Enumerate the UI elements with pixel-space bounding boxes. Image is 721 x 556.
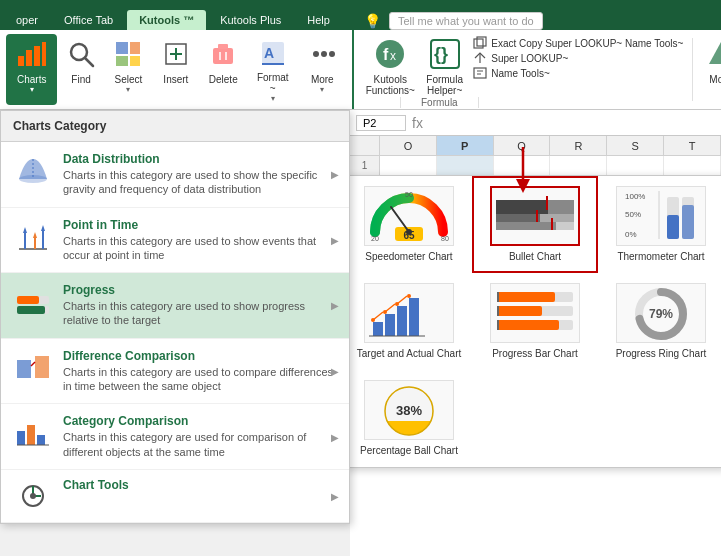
ribbon-content: Charts ▾ Find bbox=[0, 30, 721, 110]
charts-dropdown-arrow: ▾ bbox=[30, 85, 34, 94]
tell-me-label: Tell me what you want to do bbox=[398, 15, 534, 27]
charts-label: Charts bbox=[17, 74, 46, 85]
svg-rect-8 bbox=[116, 56, 128, 66]
delete-label: Delete bbox=[209, 74, 238, 85]
tab-kutools[interactable]: Kutools ™ bbox=[127, 10, 206, 30]
lightbulb-icon: 💡 bbox=[364, 13, 381, 29]
name-tools-item[interactable]: Name Tools~ bbox=[473, 66, 683, 80]
charts-icon bbox=[14, 36, 50, 72]
svg-rect-6 bbox=[116, 42, 128, 54]
format-icon: A bbox=[255, 36, 291, 70]
exact-copy-label: Exact Copy Super LOOKUP~ Name Tools~ bbox=[491, 38, 683, 49]
svg-rect-14 bbox=[218, 44, 228, 49]
super-lookup-label: Super LOOKUP~ bbox=[491, 53, 568, 64]
select-button[interactable]: Select ▾ bbox=[105, 34, 152, 105]
kutools-functions-button[interactable]: f x KutoolsFunctions~ bbox=[360, 34, 421, 105]
svg-rect-0 bbox=[18, 56, 24, 66]
right-ribbon-section: f x KutoolsFunctions~ {} FormulaHelper~ bbox=[354, 30, 721, 109]
tab-office[interactable]: Office Tab bbox=[52, 10, 125, 30]
svg-rect-31 bbox=[474, 68, 486, 78]
select-label: Select bbox=[115, 74, 143, 85]
exact-copy-button[interactable]: Exact Copy Super LOOKUP~ Name Tools~ Sup… bbox=[469, 34, 688, 105]
select-arrow: ▾ bbox=[126, 85, 130, 94]
svg-point-20 bbox=[313, 51, 319, 57]
svg-point-22 bbox=[329, 51, 335, 57]
exact-copy-item[interactable]: Exact Copy Super LOOKUP~ Name Tools~ bbox=[473, 36, 683, 50]
svg-rect-29 bbox=[477, 37, 486, 46]
svg-rect-7 bbox=[130, 42, 140, 54]
insert-label: Insert bbox=[163, 74, 188, 85]
exact-copy-options: Exact Copy Super LOOKUP~ Name Tools~ Sup… bbox=[473, 36, 683, 80]
format-button[interactable]: A Format ~ ▾ bbox=[247, 34, 299, 105]
tell-me-input[interactable]: Tell me what you want to do bbox=[389, 12, 543, 30]
insert-button[interactable]: Insert bbox=[152, 34, 199, 105]
formula-section-label: Formula bbox=[400, 97, 479, 108]
find-button[interactable]: Find bbox=[57, 34, 104, 105]
svg-text:{}: {} bbox=[434, 44, 448, 64]
formula-helper-button[interactable]: {} FormulaHelper~ bbox=[421, 34, 469, 105]
svg-rect-2 bbox=[34, 46, 40, 66]
svg-point-21 bbox=[321, 51, 327, 57]
delete-icon bbox=[205, 36, 241, 72]
svg-text:A: A bbox=[264, 45, 274, 61]
find-label: Find bbox=[71, 74, 90, 85]
svg-text:f: f bbox=[383, 46, 389, 63]
insert-icon bbox=[158, 36, 194, 72]
svg-rect-3 bbox=[42, 42, 46, 66]
delete-button[interactable]: Delete bbox=[200, 34, 247, 105]
svg-rect-9 bbox=[130, 56, 140, 66]
more-left-icon bbox=[304, 36, 340, 72]
tab-help[interactable]: Help bbox=[295, 10, 342, 30]
formula-helper-icon: {} bbox=[427, 36, 463, 72]
format-label: Format ~ bbox=[253, 72, 293, 94]
svg-text:x: x bbox=[390, 49, 396, 63]
super-lookup-item[interactable]: Super LOOKUP~ bbox=[473, 51, 683, 65]
svg-line-5 bbox=[85, 58, 93, 66]
tab-oper[interactable]: oper bbox=[4, 10, 50, 30]
more-left-label: More bbox=[311, 74, 334, 85]
more-left-button[interactable]: More ▾ bbox=[299, 34, 346, 105]
svg-rect-1 bbox=[26, 50, 32, 66]
kutools-functions-icon: f x bbox=[372, 36, 408, 72]
name-tools-label: Name Tools~ bbox=[491, 68, 549, 79]
more-right-label: More bbox=[709, 74, 721, 85]
more-right-icon bbox=[703, 36, 721, 72]
select-icon bbox=[110, 36, 146, 72]
svg-rect-13 bbox=[213, 48, 233, 64]
svg-rect-28 bbox=[474, 39, 483, 48]
charts-button[interactable]: Charts ▾ bbox=[6, 34, 57, 105]
find-icon bbox=[63, 36, 99, 72]
left-ribbon-section: Charts ▾ Find bbox=[0, 30, 354, 109]
more-left-arrow: ▾ bbox=[320, 85, 324, 94]
more-right-button[interactable]: More bbox=[697, 34, 721, 105]
kutools-functions-label: KutoolsFunctions~ bbox=[366, 74, 415, 96]
ribbon-divider bbox=[692, 38, 693, 101]
formula-helper-label: FormulaHelper~ bbox=[426, 74, 463, 96]
format-arrow: ▾ bbox=[271, 94, 275, 103]
ribbon-tabs: oper Office Tab Kutools ™ Kutools Plus H… bbox=[0, 0, 721, 30]
tab-kutools-plus[interactable]: Kutools Plus bbox=[208, 10, 293, 30]
